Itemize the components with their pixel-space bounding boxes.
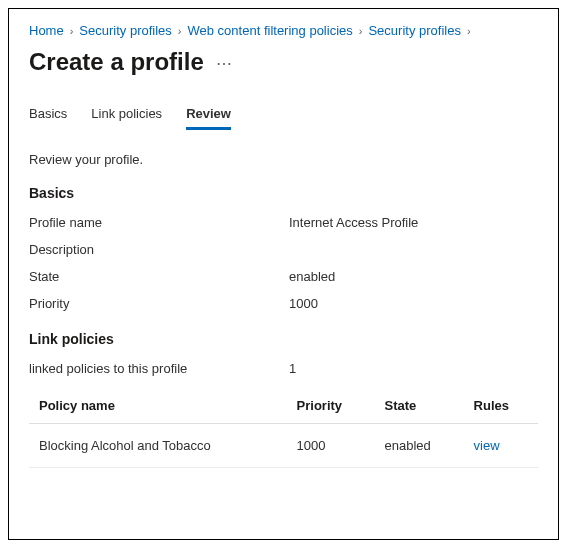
cell-rules-view-link[interactable]: view <box>464 424 538 468</box>
col-state: State <box>375 390 464 424</box>
policies-table: Policy name Priority State Rules Blockin… <box>29 390 538 468</box>
state-value: enabled <box>289 269 538 284</box>
tab-review[interactable]: Review <box>186 106 231 130</box>
chevron-right-icon: › <box>70 25 74 37</box>
tab-basics[interactable]: Basics <box>29 106 67 130</box>
chevron-right-icon: › <box>467 25 471 37</box>
priority-label: Priority <box>29 296 289 311</box>
breadcrumb-web-content-filtering[interactable]: Web content filtering policies <box>188 23 353 38</box>
table-row: Blocking Alcohol and Tobacco 1000 enable… <box>29 424 538 468</box>
breadcrumb-security-profiles-2[interactable]: Security profiles <box>368 23 460 38</box>
state-label: State <box>29 269 289 284</box>
priority-value: 1000 <box>289 296 538 311</box>
cell-state: enabled <box>375 424 464 468</box>
description-label: Description <box>29 242 289 257</box>
tab-link-policies[interactable]: Link policies <box>91 106 162 130</box>
linked-policies-label: linked policies to this profile <box>29 361 289 376</box>
page-title: Create a profile <box>29 48 204 76</box>
breadcrumb: Home › Security profiles › Web content f… <box>29 23 538 38</box>
more-icon[interactable]: ⋯ <box>216 56 232 72</box>
cell-policy-name: Blocking Alcohol and Tobacco <box>29 424 287 468</box>
chevron-right-icon: › <box>178 25 182 37</box>
section-title-link-policies: Link policies <box>29 331 538 347</box>
col-priority: Priority <box>287 390 375 424</box>
cell-priority: 1000 <box>287 424 375 468</box>
breadcrumb-security-profiles[interactable]: Security profiles <box>79 23 171 38</box>
profile-name-label: Profile name <box>29 215 289 230</box>
breadcrumb-home[interactable]: Home <box>29 23 64 38</box>
profile-name-value: Internet Access Profile <box>289 215 538 230</box>
review-helper-text: Review your profile. <box>29 152 538 167</box>
chevron-right-icon: › <box>359 25 363 37</box>
description-value <box>289 242 538 257</box>
col-rules: Rules <box>464 390 538 424</box>
linked-policies-count: 1 <box>289 361 538 376</box>
table-header-row: Policy name Priority State Rules <box>29 390 538 424</box>
section-title-basics: Basics <box>29 185 538 201</box>
tabs: Basics Link policies Review <box>29 106 538 130</box>
col-policy-name: Policy name <box>29 390 287 424</box>
